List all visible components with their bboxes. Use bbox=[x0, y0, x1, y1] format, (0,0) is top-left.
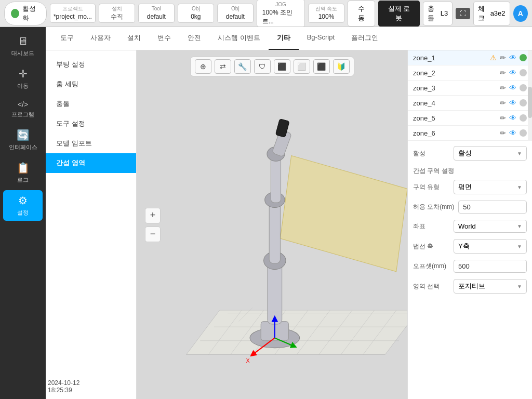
log-icon: 📋 bbox=[17, 162, 30, 174]
zone-5-eye-button[interactable]: 👁 bbox=[509, 114, 516, 122]
svg-text:X: X bbox=[246, 357, 250, 364]
zone-3-edit-button[interactable]: ✏ bbox=[500, 84, 506, 92]
zone-3-toggle[interactable] bbox=[520, 84, 527, 91]
zone-row-2: zone_2 ✏ 👁 bbox=[408, 65, 532, 81]
activate-section[interactable]: 활성화 bbox=[4, 2, 47, 25]
active-select[interactable]: 활성 ▼ bbox=[454, 146, 527, 161]
vt-btn-box1[interactable]: ⬛ bbox=[274, 59, 290, 74]
user-avatar[interactable]: A bbox=[513, 5, 528, 22]
vt-btn-tool[interactable]: 🔧 bbox=[234, 59, 251, 74]
sidebar-item-program[interactable]: </> 프로그램 bbox=[3, 96, 43, 123]
normal-chevron-icon: ▼ bbox=[517, 244, 522, 249]
zoom-in-button[interactable]: + bbox=[145, 208, 161, 223]
region-chevron-icon: ▼ bbox=[517, 284, 522, 289]
scroll-thumb[interactable] bbox=[528, 87, 532, 118]
tool-section: Tool default bbox=[138, 4, 175, 23]
normal-select[interactable]: Y축 ▼ bbox=[454, 239, 527, 254]
zone-1-edit-button[interactable]: ✏ bbox=[500, 54, 506, 62]
zone-type-row: 구역 유형 평면 ▼ bbox=[413, 180, 527, 194]
jog-value: 100% 조인트... bbox=[262, 8, 299, 26]
sidebar-label-dashboard: 대시보드 bbox=[11, 49, 34, 57]
zone-1-name: zone_1 bbox=[413, 54, 487, 62]
zone-1-toggle[interactable] bbox=[520, 54, 527, 61]
sidebar-item-dashboard[interactable]: 🖥 대시보드 bbox=[3, 31, 43, 61]
main-layout: 🖥 대시보드 ✛ 이동 </> 프로그램 🔄 인터페이스 📋 로그 ⚙ 설정 도… bbox=[0, 27, 532, 399]
svg-marker-0 bbox=[187, 310, 407, 354]
active-value: 활성 bbox=[458, 149, 472, 158]
left-item-collision[interactable]: 충돌 bbox=[46, 94, 136, 114]
project-value: *project_mo... bbox=[54, 12, 92, 21]
active-label: 활성 bbox=[413, 149, 449, 158]
program-icon: </> bbox=[18, 100, 28, 109]
real-robot-button[interactable]: 실제 로봇 bbox=[378, 1, 419, 26]
normal-label: 법선 축 bbox=[413, 242, 449, 251]
tab-plugin[interactable]: 플러그인 bbox=[343, 27, 387, 50]
collision-value: L3 bbox=[441, 9, 448, 17]
sidebar-item-log[interactable]: 📋 로그 bbox=[3, 157, 43, 188]
tab-other[interactable]: 기타 bbox=[269, 27, 299, 50]
zone-2-toggle[interactable] bbox=[520, 69, 527, 76]
offset-input[interactable] bbox=[454, 260, 527, 273]
vt-btn-shield2[interactable]: 🔰 bbox=[333, 59, 350, 74]
time-display: 18:25:39 bbox=[48, 387, 79, 394]
zone-1-eye-button[interactable]: 👁 bbox=[509, 54, 516, 62]
move-icon: ✛ bbox=[19, 68, 28, 80]
left-item-model-import[interactable]: 모델 임포트 bbox=[46, 134, 136, 153]
tab-tool[interactable]: 도구 bbox=[52, 27, 82, 50]
tab-system-event[interactable]: 시스템 이벤트 bbox=[209, 27, 269, 50]
coord-select[interactable]: World ▼ bbox=[454, 220, 527, 233]
tab-setup[interactable]: 설치 bbox=[119, 27, 149, 50]
left-item-home[interactable]: 홈 세팅 bbox=[46, 74, 136, 94]
datetime-display: 2024-10-12 18:25:39 bbox=[48, 379, 79, 394]
zone-3-eye-button[interactable]: 👁 bbox=[509, 84, 516, 92]
tab-user[interactable]: 사용자 bbox=[82, 27, 119, 50]
zone-4-name: zone_4 bbox=[413, 99, 497, 107]
vt-btn-shield[interactable]: 🛡 bbox=[254, 59, 271, 74]
zone-list: zone_1 ⚠ ✏ 👁 zone_2 ✏ 👁 bbox=[408, 50, 532, 141]
vt-btn-reset[interactable]: ⊕ bbox=[195, 59, 211, 74]
vt-btn-rotate[interactable]: ⇄ bbox=[215, 59, 231, 74]
tab-bgscript[interactable]: Bg-Script bbox=[299, 27, 343, 50]
zone-2-eye-button[interactable]: 👁 bbox=[509, 69, 516, 77]
offset-row: 오프셋(mm) bbox=[413, 260, 527, 273]
right-panel: zone_1 ⚠ ✏ 👁 zone_2 ✏ 👁 bbox=[407, 50, 532, 399]
expand-button[interactable]: ⛶ bbox=[456, 8, 470, 19]
left-item-boot[interactable]: 부팅 설정 bbox=[46, 55, 136, 74]
zone-2-edit-button[interactable]: ✏ bbox=[500, 69, 506, 77]
zone-6-eye-button[interactable]: 👁 bbox=[509, 129, 516, 137]
zone-5-edit-button[interactable]: ✏ bbox=[500, 114, 506, 122]
tab-variable[interactable]: 변수 bbox=[149, 27, 179, 50]
zone-row-3: zone_3 ✏ 👁 bbox=[408, 81, 532, 96]
sidebar-label-interface: 인터페이스 bbox=[9, 143, 37, 151]
zone-4-edit-button[interactable]: ✏ bbox=[500, 99, 506, 107]
tab-safety[interactable]: 안전 bbox=[179, 27, 209, 50]
vt-btn-box2[interactable]: ⬜ bbox=[294, 59, 310, 74]
inner-layout: 부팅 설정 홈 세팅 충돌 도구 설정 모델 임포트 간섭 영역 ⊕ ⇄ 🔧 🛡… bbox=[46, 50, 532, 399]
zone-row-6: zone_6 ✏ 👁 bbox=[408, 126, 532, 141]
zone-5-toggle[interactable] bbox=[520, 114, 527, 122]
left-item-tool-setting[interactable]: 도구 설정 bbox=[46, 114, 136, 134]
zone-6-edit-button[interactable]: ✏ bbox=[500, 129, 506, 137]
sidebar-label-log: 로그 bbox=[17, 176, 29, 184]
zoom-out-button[interactable]: − bbox=[145, 227, 161, 242]
dashboard-icon: 🖥 bbox=[18, 35, 28, 47]
sidebar-item-interface[interactable]: 🔄 인터페이스 bbox=[3, 125, 43, 155]
tolerance-input[interactable] bbox=[458, 201, 527, 214]
coord-chevron-icon: ▼ bbox=[517, 223, 522, 229]
zone-6-toggle[interactable] bbox=[520, 129, 527, 137]
sidebar-label-settings: 설정 bbox=[17, 209, 29, 217]
activate-label: 활성화 bbox=[22, 4, 40, 23]
zone-4-eye-button[interactable]: 👁 bbox=[509, 99, 516, 107]
tabbar: 도구 사용자 설치 변수 안전 시스템 이벤트 기타 Bg-Script 플러그… bbox=[46, 27, 532, 50]
zone-row-1: zone_1 ⚠ ✏ 👁 bbox=[408, 50, 532, 65]
mode-button[interactable]: 수동 bbox=[348, 1, 375, 26]
zone-type-select[interactable]: 평면 ▼ bbox=[454, 180, 527, 194]
zone-4-toggle[interactable] bbox=[520, 99, 527, 107]
left-item-interference[interactable]: 간섭 영역 bbox=[46, 153, 136, 173]
obj2-label: Obj bbox=[231, 5, 240, 12]
vt-btn-box3[interactable]: ⬛ bbox=[313, 59, 330, 74]
robot-viewport-svg: X bbox=[137, 50, 407, 399]
region-select[interactable]: 포지티브 ▼ bbox=[454, 279, 527, 294]
sidebar-item-settings[interactable]: ⚙ 설정 bbox=[3, 190, 43, 221]
sidebar-item-move[interactable]: ✛ 이동 bbox=[3, 63, 43, 94]
